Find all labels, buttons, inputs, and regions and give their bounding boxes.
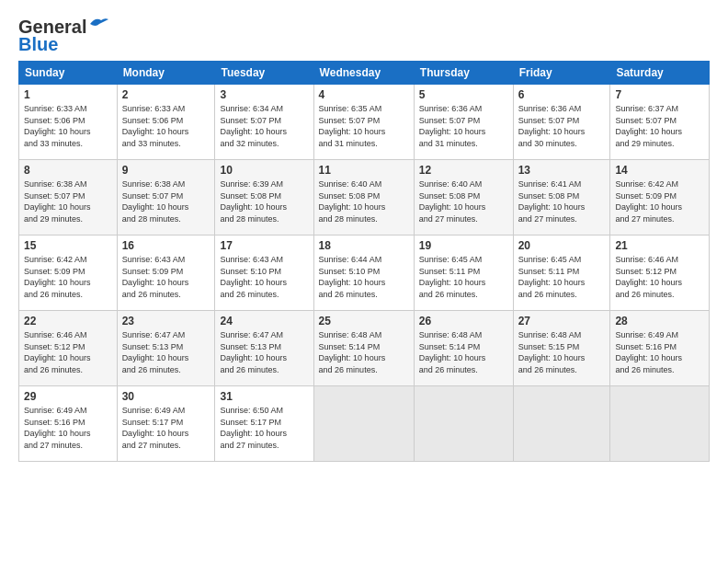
day-info: Sunrise: 6:42 AM Sunset: 5:09 PM Dayligh… (615, 178, 704, 224)
day-info: Sunrise: 6:50 AM Sunset: 5:17 PM Dayligh… (220, 405, 308, 451)
day-info: Sunrise: 6:40 AM Sunset: 5:08 PM Dayligh… (419, 178, 508, 224)
calendar-week-row: 8Sunrise: 6:38 AM Sunset: 5:07 PM Daylig… (19, 160, 710, 236)
day-number: 30 (122, 390, 210, 403)
day-info: Sunrise: 6:35 AM Sunset: 5:07 PM Dayligh… (319, 103, 409, 149)
day-info: Sunrise: 6:47 AM Sunset: 5:13 PM Dayligh… (122, 329, 210, 375)
day-info: Sunrise: 6:42 AM Sunset: 5:09 PM Dayligh… (24, 254, 112, 300)
weekday-header: Wednesday (313, 62, 414, 85)
calendar-cell: 31Sunrise: 6:50 AM Sunset: 5:17 PM Dayli… (215, 386, 313, 462)
day-info: Sunrise: 6:36 AM Sunset: 5:07 PM Dayligh… (419, 103, 508, 149)
day-number: 2 (122, 88, 210, 101)
day-number: 5 (419, 88, 508, 101)
day-number: 28 (615, 315, 704, 327)
calendar-cell (610, 386, 710, 462)
calendar-cell: 11Sunrise: 6:40 AM Sunset: 5:08 PM Dayli… (313, 160, 414, 236)
calendar-cell: 24Sunrise: 6:47 AM Sunset: 5:13 PM Dayli… (215, 311, 313, 386)
calendar-cell: 23Sunrise: 6:47 AM Sunset: 5:13 PM Dayli… (117, 311, 215, 386)
day-info: Sunrise: 6:46 AM Sunset: 5:12 PM Dayligh… (24, 329, 112, 375)
calendar-cell (513, 386, 610, 462)
calendar-cell: 30Sunrise: 6:49 AM Sunset: 5:17 PM Dayli… (117, 386, 215, 462)
calendar-cell: 26Sunrise: 6:48 AM Sunset: 5:14 PM Dayli… (414, 311, 513, 386)
day-info: Sunrise: 6:37 AM Sunset: 5:07 PM Dayligh… (615, 103, 704, 149)
day-number: 8 (24, 164, 112, 177)
weekday-header: Thursday (414, 62, 513, 85)
day-number: 22 (24, 315, 112, 327)
calendar-cell: 2Sunrise: 6:33 AM Sunset: 5:06 PM Daylig… (117, 85, 215, 160)
day-info: Sunrise: 6:49 AM Sunset: 5:16 PM Dayligh… (24, 405, 112, 451)
day-info: Sunrise: 6:48 AM Sunset: 5:14 PM Dayligh… (319, 329, 409, 375)
day-info: Sunrise: 6:34 AM Sunset: 5:07 PM Dayligh… (220, 103, 308, 149)
day-number: 15 (24, 239, 112, 252)
calendar-cell (313, 386, 414, 462)
day-number: 14 (615, 164, 704, 177)
day-number: 21 (615, 239, 704, 252)
day-number: 19 (419, 239, 508, 252)
day-info: Sunrise: 6:33 AM Sunset: 5:06 PM Dayligh… (24, 103, 112, 149)
weekday-header: Monday (117, 62, 215, 85)
day-info: Sunrise: 6:49 AM Sunset: 5:16 PM Dayligh… (615, 329, 704, 375)
day-info: Sunrise: 6:46 AM Sunset: 5:12 PM Dayligh… (615, 254, 704, 300)
day-info: Sunrise: 6:38 AM Sunset: 5:07 PM Dayligh… (122, 178, 210, 224)
day-number: 9 (122, 164, 210, 177)
day-number: 3 (220, 88, 308, 101)
calendar-cell: 4Sunrise: 6:35 AM Sunset: 5:07 PM Daylig… (313, 85, 414, 160)
day-info: Sunrise: 6:48 AM Sunset: 5:14 PM Dayligh… (419, 329, 508, 375)
day-info: Sunrise: 6:40 AM Sunset: 5:08 PM Dayligh… (319, 178, 409, 224)
calendar-cell: 29Sunrise: 6:49 AM Sunset: 5:16 PM Dayli… (19, 386, 118, 462)
calendar-cell (414, 386, 513, 462)
calendar-week-row: 29Sunrise: 6:49 AM Sunset: 5:16 PM Dayli… (19, 386, 710, 462)
day-number: 17 (220, 239, 308, 252)
calendar-cell: 21Sunrise: 6:46 AM Sunset: 5:12 PM Dayli… (610, 236, 710, 311)
day-number: 27 (518, 315, 606, 327)
calendar-cell: 18Sunrise: 6:44 AM Sunset: 5:10 PM Dayli… (313, 236, 414, 311)
calendar-cell: 7Sunrise: 6:37 AM Sunset: 5:07 PM Daylig… (610, 85, 710, 160)
calendar-cell: 27Sunrise: 6:48 AM Sunset: 5:15 PM Dayli… (513, 311, 610, 386)
calendar-cell: 15Sunrise: 6:42 AM Sunset: 5:09 PM Dayli… (19, 236, 118, 311)
calendar-cell: 10Sunrise: 6:39 AM Sunset: 5:08 PM Dayli… (215, 160, 313, 236)
day-number: 16 (122, 239, 210, 252)
calendar-cell: 13Sunrise: 6:41 AM Sunset: 5:08 PM Dayli… (513, 160, 610, 236)
day-info: Sunrise: 6:41 AM Sunset: 5:08 PM Dayligh… (518, 178, 606, 224)
logo: General Blue (18, 17, 108, 55)
calendar-cell: 1Sunrise: 6:33 AM Sunset: 5:06 PM Daylig… (19, 85, 118, 160)
calendar-cell: 20Sunrise: 6:45 AM Sunset: 5:11 PM Dayli… (513, 236, 610, 311)
day-info: Sunrise: 6:39 AM Sunset: 5:08 PM Dayligh… (220, 178, 308, 224)
day-number: 1 (24, 88, 112, 101)
calendar-cell: 25Sunrise: 6:48 AM Sunset: 5:14 PM Dayli… (313, 311, 414, 386)
calendar-week-row: 22Sunrise: 6:46 AM Sunset: 5:12 PM Dayli… (19, 311, 710, 386)
calendar-cell: 12Sunrise: 6:40 AM Sunset: 5:08 PM Dayli… (414, 160, 513, 236)
header: General Blue (18, 17, 710, 55)
calendar-cell: 16Sunrise: 6:43 AM Sunset: 5:09 PM Dayli… (117, 236, 215, 311)
calendar-cell: 3Sunrise: 6:34 AM Sunset: 5:07 PM Daylig… (215, 85, 313, 160)
day-number: 31 (220, 390, 308, 403)
day-info: Sunrise: 6:33 AM Sunset: 5:06 PM Dayligh… (122, 103, 210, 149)
day-number: 25 (319, 315, 409, 327)
page: General Blue SundayMondayTuesdayWednesda… (0, 0, 728, 471)
calendar-cell: 17Sunrise: 6:43 AM Sunset: 5:10 PM Dayli… (215, 236, 313, 311)
day-number: 11 (319, 164, 409, 177)
day-info: Sunrise: 6:38 AM Sunset: 5:07 PM Dayligh… (24, 178, 112, 224)
day-number: 29 (24, 390, 112, 403)
day-number: 6 (518, 88, 606, 101)
calendar-header-row: SundayMondayTuesdayWednesdayThursdayFrid… (19, 62, 710, 85)
day-number: 12 (419, 164, 508, 177)
calendar-cell: 8Sunrise: 6:38 AM Sunset: 5:07 PM Daylig… (19, 160, 118, 236)
calendar-cell: 5Sunrise: 6:36 AM Sunset: 5:07 PM Daylig… (414, 85, 513, 160)
day-info: Sunrise: 6:36 AM Sunset: 5:07 PM Dayligh… (518, 103, 606, 149)
calendar-cell: 6Sunrise: 6:36 AM Sunset: 5:07 PM Daylig… (513, 85, 610, 160)
logo-bird-icon (88, 17, 108, 31)
weekday-header: Sunday (19, 62, 118, 85)
calendar-cell: 9Sunrise: 6:38 AM Sunset: 5:07 PM Daylig… (117, 160, 215, 236)
day-info: Sunrise: 6:48 AM Sunset: 5:15 PM Dayligh… (518, 329, 606, 375)
day-number: 20 (518, 239, 606, 252)
day-number: 23 (122, 315, 210, 327)
day-number: 13 (518, 164, 606, 177)
day-info: Sunrise: 6:49 AM Sunset: 5:17 PM Dayligh… (122, 405, 210, 451)
day-info: Sunrise: 6:45 AM Sunset: 5:11 PM Dayligh… (518, 254, 606, 300)
weekday-header: Tuesday (215, 62, 313, 85)
weekday-header: Friday (513, 62, 610, 85)
day-number: 4 (319, 88, 409, 101)
calendar-week-row: 1Sunrise: 6:33 AM Sunset: 5:06 PM Daylig… (19, 85, 710, 160)
calendar-cell: 19Sunrise: 6:45 AM Sunset: 5:11 PM Dayli… (414, 236, 513, 311)
calendar-week-row: 15Sunrise: 6:42 AM Sunset: 5:09 PM Dayli… (19, 236, 710, 311)
